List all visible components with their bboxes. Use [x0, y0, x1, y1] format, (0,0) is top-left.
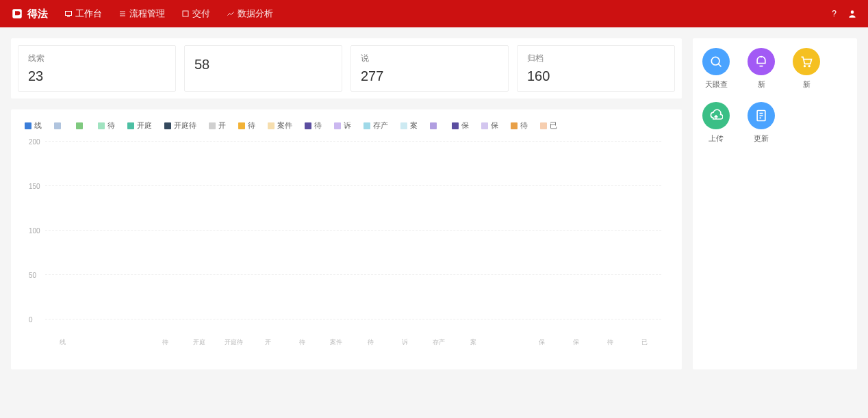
legend-swatch [98, 122, 105, 129]
legend-label: 待 [314, 120, 322, 131]
legend-swatch [127, 122, 134, 129]
chart-legend: 线待开庭开庭待开待案件待诉存产案保保待已 [25, 120, 668, 131]
legend-item-9[interactable]: 待 [305, 120, 322, 131]
legend-label: 待 [520, 120, 528, 131]
x-label: 案件 [319, 338, 353, 347]
quick-link-1[interactable]: 新 [748, 48, 775, 90]
legend-item-5[interactable]: 开庭待 [164, 120, 196, 131]
legend-item-2[interactable] [76, 120, 86, 131]
legend-item-10[interactable]: 诉 [334, 120, 351, 131]
nav-item-1[interactable]: 流程管理 [118, 8, 165, 20]
legend-swatch [25, 122, 31, 129]
legend-item-0[interactable]: 线 [25, 120, 42, 131]
chart-card: 线待开庭开庭待开待案件待诉存产案保保待已 050100150200 线待开庭开庭… [11, 109, 682, 369]
stat-label: 线索 [28, 53, 166, 64]
legend-swatch [238, 122, 245, 129]
stat-card-1[interactable]: 58 [184, 45, 342, 92]
legend-swatch [540, 122, 547, 129]
svg-point-4 [711, 57, 719, 65]
quick-icon [748, 48, 775, 75]
x-label: 待 [353, 338, 387, 347]
quick-link-4[interactable]: 更新 [748, 102, 775, 144]
legend-label: 保 [491, 120, 498, 131]
topbar: 得法 工作台流程管理交付数据分析 ? [0, 0, 868, 27]
topbar-right: ? [832, 9, 857, 18]
legend-swatch [334, 122, 341, 129]
legend-item-6[interactable]: 开 [209, 120, 226, 131]
nav-item-2[interactable]: 交付 [181, 8, 210, 20]
legend-swatch [164, 122, 171, 129]
quick-link-2[interactable]: 新 [793, 48, 820, 90]
svg-point-5 [804, 66, 806, 67]
x-label [79, 338, 114, 347]
legend-item-13[interactable] [430, 120, 439, 131]
quick-links-panel: 天眼查新新上传更新 [693, 38, 857, 369]
legend-label: 保 [461, 120, 469, 131]
y-tick-label: 200 [29, 138, 40, 146]
legend-label: 开庭 [137, 120, 152, 131]
stat-card-2[interactable]: 说277 [350, 45, 509, 92]
legend-label: 案 [410, 120, 418, 131]
chart-bars [45, 142, 661, 319]
nav-item-3[interactable]: 数据分析 [227, 8, 273, 20]
logo: 得法 [11, 8, 48, 21]
x-label: 开 [251, 338, 285, 347]
quick-label: 新 [758, 79, 765, 90]
quick-label: 上传 [709, 133, 724, 144]
quick-icon [793, 48, 820, 75]
x-label: 待 [593, 338, 627, 347]
y-tick-label: 100 [29, 227, 40, 235]
x-label: 诉 [387, 338, 422, 347]
x-label: 开庭 [182, 338, 216, 347]
legend-item-11[interactable]: 存产 [363, 120, 388, 131]
y-tick-label: 0 [29, 316, 33, 324]
legend-label: 诉 [344, 120, 351, 131]
legend-item-16[interactable]: 待 [511, 120, 528, 131]
legend-item-7[interactable]: 待 [238, 120, 255, 131]
quick-link-0[interactable]: 天眼查 [702, 48, 730, 90]
legend-item-4[interactable]: 开庭 [127, 120, 152, 131]
x-label: 已 [627, 338, 661, 347]
stats-row: 线索2358说277归档160 [11, 38, 682, 99]
legend-swatch [268, 122, 275, 129]
nav: 工作台流程管理交付数据分析 [64, 8, 832, 20]
legend-item-1[interactable] [54, 120, 64, 131]
x-label: 待 [285, 338, 319, 347]
legend-swatch [54, 122, 61, 129]
svg-point-3 [851, 10, 854, 14]
stat-value: 277 [361, 68, 498, 84]
nav-item-0[interactable]: 工作台 [64, 8, 102, 20]
quick-icon [702, 48, 730, 75]
legend-item-8[interactable]: 案件 [268, 120, 292, 131]
user-icon[interactable] [847, 9, 857, 18]
stat-card-3[interactable]: 归档160 [517, 45, 675, 92]
quick-link-3[interactable]: 上传 [702, 102, 730, 144]
x-label: 保 [559, 338, 593, 347]
help-icon[interactable]: ? [832, 9, 837, 18]
stat-card-0[interactable]: 线索23 [18, 45, 176, 92]
stat-value: 160 [527, 68, 665, 84]
x-label: 案 [456, 338, 490, 347]
svg-rect-1 [66, 12, 72, 16]
legend-swatch [430, 122, 437, 129]
legend-swatch [511, 122, 518, 129]
legend-swatch [305, 122, 311, 129]
stat-label: 归档 [527, 53, 665, 64]
legend-item-17[interactable]: 已 [540, 120, 557, 131]
legend-label: 开 [218, 120, 226, 131]
legend-swatch [481, 122, 488, 129]
x-label: 保 [524, 338, 559, 347]
x-label [490, 338, 524, 347]
legend-label: 待 [248, 120, 255, 131]
legend-item-12[interactable]: 案 [400, 120, 418, 131]
legend-label: 已 [550, 120, 557, 131]
legend-item-15[interactable]: 保 [481, 120, 498, 131]
svg-point-6 [808, 66, 810, 67]
y-tick-label: 50 [29, 272, 36, 279]
legend-item-3[interactable]: 待 [98, 120, 115, 131]
x-label: 待 [148, 338, 182, 347]
legend-item-14[interactable]: 保 [452, 120, 469, 131]
quick-icon [702, 102, 730, 129]
chart-area: 050100150200 线待开庭开庭待开待案件待诉存产案保保待已 [25, 142, 668, 347]
legend-swatch [363, 122, 370, 129]
